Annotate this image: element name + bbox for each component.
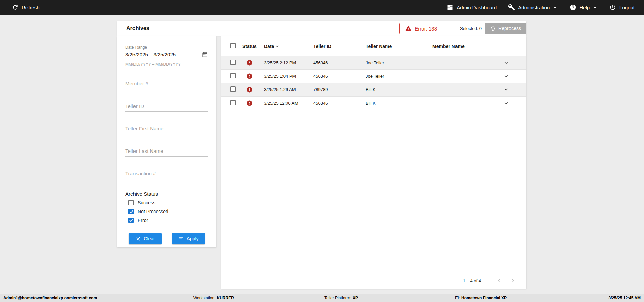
reprocess-button[interactable]: Reprocess bbox=[485, 23, 526, 34]
chevron-right-icon[interactable] bbox=[509, 277, 516, 284]
selected-count: Selected: 0 bbox=[460, 26, 482, 31]
filter-icon bbox=[178, 236, 184, 242]
error-status-icon bbox=[246, 100, 253, 106]
wrench-icon bbox=[508, 4, 515, 11]
refresh-icon bbox=[12, 4, 19, 11]
row-teller-id: 456346 bbox=[313, 74, 366, 79]
clear-label: Clear bbox=[144, 236, 155, 241]
column-teller-name[interactable]: Teller Name bbox=[366, 44, 432, 49]
row-teller-id: 456346 bbox=[313, 60, 366, 65]
member-number-input[interactable] bbox=[125, 80, 208, 89]
teller-platform: Teller Platform: XP bbox=[324, 294, 358, 302]
error-status-icon bbox=[246, 73, 253, 79]
table-header-row: Status Date Teller ID Teller Name Member… bbox=[221, 36, 526, 56]
dashboard-icon bbox=[447, 4, 453, 11]
row-checkbox[interactable] bbox=[230, 86, 236, 92]
row-teller-name: Bill K bbox=[366, 87, 432, 92]
row-teller-name: Joe Teller bbox=[366, 60, 432, 65]
date-range-value: 3/25/2025 – 3/25/2025 bbox=[125, 52, 176, 57]
workstation-value: KURRER bbox=[217, 296, 234, 300]
warning-icon bbox=[405, 25, 412, 32]
teller-id-input[interactable] bbox=[125, 102, 208, 112]
row-teller-name: Bill K bbox=[366, 101, 432, 106]
admin-dashboard-button[interactable]: Admin Dashboard bbox=[447, 4, 497, 11]
error-status-icon bbox=[246, 86, 253, 93]
clear-icon bbox=[135, 236, 141, 242]
apply-label: Apply bbox=[186, 236, 198, 241]
checkbox-not-processed-label: Not Processed bbox=[138, 209, 168, 214]
administration-label: Administration bbox=[518, 5, 550, 10]
row-date: 3/25/25 12:06 AM bbox=[264, 101, 313, 106]
pagination: 1 – 4 of 4 bbox=[463, 277, 516, 284]
row-checkbox[interactable] bbox=[230, 73, 236, 78]
table-row: 3/25/25 12:06 AM 456346 Bill K bbox=[221, 97, 526, 110]
error-badge[interactable]: Error: 138 bbox=[399, 23, 442, 34]
row-teller-name: Joe Teller bbox=[366, 74, 432, 79]
sort-desc-icon bbox=[275, 44, 280, 49]
clear-button[interactable]: Clear bbox=[129, 233, 162, 244]
page-header: Archives Error: 138 Selected: 0 Reproces… bbox=[117, 21, 526, 36]
power-icon bbox=[609, 4, 616, 11]
fi-value: Hometown Financial XP bbox=[461, 296, 507, 300]
expand-row-icon[interactable] bbox=[503, 60, 509, 66]
administration-menu[interactable]: Administration bbox=[508, 4, 558, 11]
transaction-number-input[interactable] bbox=[125, 170, 208, 179]
logout-button[interactable]: Logout bbox=[609, 4, 635, 11]
reprocess-icon bbox=[490, 26, 496, 32]
calendar-icon[interactable] bbox=[202, 51, 208, 58]
row-checkbox[interactable] bbox=[230, 60, 236, 65]
help-menu[interactable]: Help bbox=[570, 4, 598, 11]
reprocess-label: Reprocess bbox=[498, 26, 521, 31]
status-option-success[interactable]: Success bbox=[125, 200, 208, 205]
date-range-input[interactable]: 3/25/2025 – 3/25/2025 bbox=[125, 51, 208, 60]
apply-button[interactable]: Apply bbox=[172, 233, 205, 244]
date-format-hint: MM/DD/YYYY – MM/DD/YYYY bbox=[125, 62, 208, 67]
logout-label: Logout bbox=[619, 5, 635, 10]
help-icon bbox=[570, 4, 576, 11]
status-option-error[interactable]: Error bbox=[125, 218, 208, 223]
row-checkbox[interactable] bbox=[230, 100, 236, 105]
teller-last-name-input[interactable] bbox=[125, 147, 208, 157]
current-datetime: 3/25/25 12:45 AM bbox=[608, 294, 641, 302]
archive-status-label: Archive Status bbox=[125, 191, 208, 197]
workstation: Workstation: KURRER bbox=[193, 294, 234, 302]
checkbox-error-label: Error bbox=[138, 218, 148, 223]
expand-row-icon[interactable] bbox=[503, 86, 509, 93]
expand-row-icon[interactable] bbox=[503, 100, 509, 106]
checkbox-success[interactable] bbox=[128, 200, 134, 205]
status-option-not-processed[interactable]: Not Processed bbox=[125, 209, 208, 214]
financial-institution: FI: Hometown Financial XP bbox=[455, 294, 507, 302]
admin-dashboard-label: Admin Dashboard bbox=[457, 5, 497, 10]
select-all-checkbox[interactable] bbox=[230, 43, 236, 48]
chevron-down-icon bbox=[592, 4, 598, 10]
teller-platform-value: XP bbox=[353, 296, 358, 300]
topbar: Refresh Admin Dashboard Administration H… bbox=[0, 0, 644, 15]
filter-panel: Date Range 3/25/2025 – 3/25/2025 MM/DD/Y… bbox=[117, 36, 216, 247]
checkbox-error[interactable] bbox=[128, 218, 134, 223]
column-teller-id[interactable]: Teller ID bbox=[313, 44, 366, 49]
row-teller-id: 456346 bbox=[313, 101, 366, 106]
expand-row-icon[interactable] bbox=[503, 73, 509, 79]
teller-first-name-input[interactable] bbox=[125, 125, 208, 134]
row-date: 3/25/25 2:12 PM bbox=[264, 60, 313, 65]
column-date[interactable]: Date bbox=[264, 44, 313, 49]
chevron-left-icon[interactable] bbox=[496, 277, 502, 284]
error-badge-label: Error: 138 bbox=[415, 26, 437, 32]
workstation-label: Workstation: bbox=[193, 296, 215, 300]
teller-platform-label: Teller Platform: bbox=[324, 296, 351, 300]
checkbox-success-label: Success bbox=[138, 200, 155, 205]
checkbox-not-processed[interactable] bbox=[128, 209, 134, 214]
column-member-name[interactable]: Member Name bbox=[432, 44, 486, 49]
chevron-down-icon bbox=[552, 4, 558, 10]
help-label: Help bbox=[579, 5, 590, 10]
date-range-label: Date Range bbox=[125, 45, 208, 50]
fi-label: FI: bbox=[455, 296, 460, 300]
archives-table: Status Date Teller ID Teller Name Member… bbox=[221, 36, 526, 289]
page-title: Archives bbox=[126, 25, 149, 32]
column-date-label: Date bbox=[264, 44, 274, 49]
refresh-button[interactable]: Refresh bbox=[12, 4, 40, 11]
column-status[interactable]: Status bbox=[242, 44, 264, 49]
table-row: 3/25/25 2:12 PM 456346 Joe Teller bbox=[221, 56, 526, 70]
row-teller-id: 789789 bbox=[313, 87, 366, 92]
status-bar: Admin1@hometownfinancialxp.onmicrosoft.c… bbox=[0, 294, 644, 302]
